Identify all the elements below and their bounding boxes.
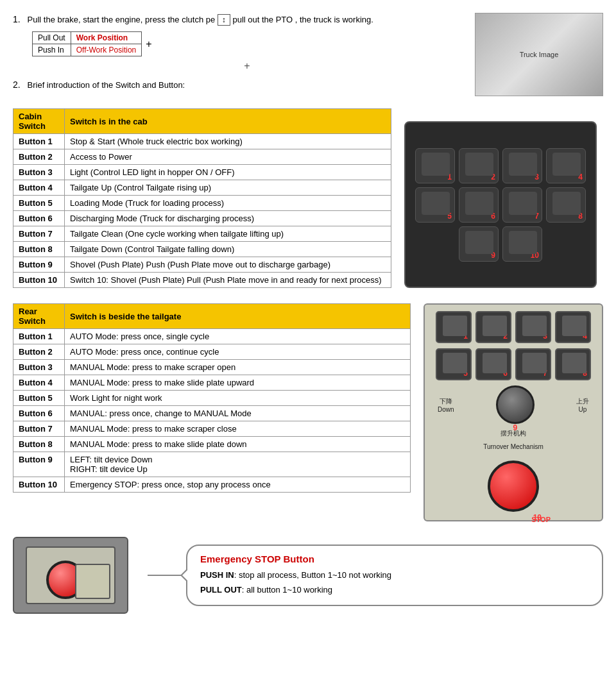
cabin-row-btn-2: Button 2: [13, 149, 65, 165]
rear-row-desc-5: Work Light for night work: [65, 391, 411, 406]
cabin-row-btn-3: Button 3: [13, 165, 65, 180]
estop-pushin-text: : stop all process, Button 1~10 not work…: [234, 570, 391, 580]
emergency-section: Emergency STOP Button PUSH IN: stop all …: [13, 537, 603, 614]
rear-emergency-btn[interactable]: [488, 461, 539, 512]
rear-row-btn-7: Button 7: [13, 421, 65, 437]
rear-btn-4[interactable]: 4: [555, 311, 591, 343]
cabin-row-desc-4: Tailgate Up (Control Tailgate rising up): [65, 180, 391, 196]
rear-section: Rear Switch Switch is beside the tailgat…: [13, 303, 603, 521]
intro-text: 1. Pull the brake, start the engine, pre…: [13, 13, 462, 97]
cabin-panel-wrap: 1 2 3 4 5 6 7 8 9 10: [404, 108, 603, 288]
rear-row-btn-1: Button 1: [13, 329, 65, 344]
estop-callout: Emergency STOP Button PUSH IN: stop all …: [186, 545, 603, 605]
cabin-row-btn-1: Button 1: [13, 134, 65, 149]
estop-line1: PUSH IN: stop all process, Button 1~10 n…: [200, 568, 589, 582]
rear-btn-7[interactable]: 7: [515, 348, 551, 380]
cabin-row-desc-8: Tailgate Down (Control Tailgate falling …: [65, 242, 391, 257]
estop-line2: PULL OUT: all button 1~10 working: [200, 583, 589, 597]
rear-row-btn-4: Button 4: [13, 375, 65, 391]
pto-offwork-label: Off-Work Position: [71, 44, 142, 56]
cabin-panel-btn-10[interactable]: 10: [502, 226, 542, 262]
knob-area: 下降Down 上升Up: [431, 385, 595, 424]
rear-btn-row-2: 5 6 7 8: [436, 348, 591, 380]
cabin-row-btn-7: Button 7: [13, 226, 65, 242]
cabin-row-desc-7: Tailgate Clean (One cycle working when t…: [65, 226, 391, 242]
cabin-row-btn-8: Button 8: [13, 242, 65, 257]
rear-row-btn-9: Button 9: [13, 452, 65, 477]
rear-table-wrap: Rear Switch Switch is beside the tailgat…: [13, 303, 411, 493]
cabin-panel-btn-8[interactable]: 8: [546, 187, 586, 223]
cabin-panel-btn-6[interactable]: 6: [459, 187, 499, 223]
step1-text: 1. Pull the brake, start the engine, pre…: [13, 13, 462, 26]
rear-row-desc-7: MANUAL Mode: press to make scraper close: [65, 421, 411, 437]
cabin-row-desc-2: Access to Power: [65, 149, 391, 165]
truck-image: Truck Image: [475, 13, 603, 96]
rear-row-desc-6: MANUAL: press once, change to MANUAL Mod…: [65, 406, 411, 421]
rear-knob[interactable]: [496, 385, 535, 424]
estop-pullout-label: PULL OUT: [200, 585, 242, 595]
rear-row-desc-3: MANUAL Mode: press to make scraper open: [65, 360, 411, 375]
cabin-table-wrap: Cabin Switch Switch is in the cab Button…: [13, 108, 391, 288]
estop-box: [75, 564, 110, 599]
cabin-row-desc-3: Light (Control LED light in hopper ON / …: [65, 165, 391, 180]
rear-row-desc-1: AUTO Mode: press once, single cycle: [65, 329, 411, 344]
rear-header-col1: Rear Switch: [13, 304, 65, 329]
cabin-row-desc-6: Discharging Mode (Truck for discharging …: [65, 211, 391, 226]
estop-pullout-text: : all button 1~10 working: [242, 585, 332, 595]
pto-table: Pull Out Work Position + Push In Off-Wor…: [32, 31, 156, 56]
step1-number: 1.: [13, 14, 21, 24]
pto-pushin-label: Push In: [33, 44, 71, 56]
cabin-header-col1: Cabin Switch: [13, 109, 65, 134]
cabin-row-btn-9: Button 9: [13, 257, 65, 273]
rear-btn-5[interactable]: 5: [436, 348, 472, 380]
rear-btn-row-1: 1 2 3 4: [436, 311, 591, 343]
cabin-switch-table: Cabin Switch Switch is in the cab Button…: [13, 108, 391, 288]
rear-row-desc-4: MANUAL Mode: press to make slide plate u…: [65, 375, 411, 391]
pto-pullout-label: Pull Out: [33, 32, 71, 44]
cabin-row-btn-10: Button 10: [13, 273, 65, 288]
rear-row-btn-8: Button 8: [13, 437, 65, 452]
cabin-row-btn-6: Button 6: [13, 211, 65, 226]
step2-text: 2. Brief introduction of the Switch and …: [13, 78, 462, 92]
pto-work-label: Work Position: [71, 32, 142, 44]
rear-row-btn-3: Button 3: [13, 360, 65, 375]
rear-btn-3[interactable]: 3: [515, 311, 551, 343]
rear-btn-1[interactable]: 1: [436, 311, 472, 343]
cabin-panel-btn-2[interactable]: 2: [459, 148, 499, 183]
cabin-row-desc-9: Shovel (Push Plate) Push (Push Plate mov…: [65, 257, 391, 273]
rear-panel-wrap: 1 2 3 4 5 6 7 8 下降Down 上升Up 摆升机构 Turno: [424, 303, 603, 521]
rear-btn-2[interactable]: 2: [475, 311, 511, 343]
rear-btn-8[interactable]: 8: [555, 348, 591, 380]
cabin-row-desc-1: Stop & Start (Whole truck electric box w…: [65, 134, 391, 149]
estop-pushin-label: PUSH IN: [200, 570, 234, 580]
cabin-section: Cabin Switch Switch is in the cab Button…: [13, 108, 603, 288]
rear-row-desc-8: MANUAL Mode: press to make slide plate d…: [65, 437, 411, 452]
knob-up-label: 上升Up: [576, 397, 589, 413]
rear-row-btn-2: Button 2: [13, 344, 65, 360]
cabin-panel-btn-7[interactable]: 7: [502, 187, 542, 223]
estop-title: Emergency STOP Button: [200, 553, 589, 564]
rear-header-col2: Switch is beside the tailgate: [65, 304, 411, 329]
cabin-row-desc-5: Loading Mode (Truck for loading process): [65, 196, 391, 211]
cabin-panel-btn-3[interactable]: 3: [502, 148, 542, 183]
rear-row-btn-6: Button 6: [13, 406, 65, 421]
cabin-panel-btn-5[interactable]: 5: [415, 187, 455, 223]
cabin-row-desc-10: Switch 10: Shovel (Push Plate) Pull (Pus…: [65, 273, 391, 288]
turnover-label-en: Turnover Mechanism: [483, 443, 543, 450]
cabin-header-col2: Switch is in the cab: [65, 109, 391, 134]
cabin-panel-image: 1 2 3 4 5 6 7 8 9 10: [404, 121, 597, 288]
estop-callout-wrap: Emergency STOP Button PUSH IN: stop all …: [148, 545, 603, 605]
rear-switch-table: Rear Switch Switch is beside the tailgat…: [13, 303, 411, 493]
cabin-panel-btn-1[interactable]: 1: [415, 148, 455, 183]
rear-panel-image: 1 2 3 4 5 6 7 8 下降Down 上升Up 摆升机构 Turno: [424, 303, 603, 521]
rear-row-desc-9: LEFT: tilt device Down RIGHT: tilt devic…: [65, 452, 411, 477]
estop-image: [13, 537, 128, 614]
cabin-row-btn-5: Button 5: [13, 196, 65, 211]
cabin-panel-btn-4[interactable]: 4: [546, 148, 586, 183]
rear-row-desc-2: AUTO Mode: press once, continue cycle: [65, 344, 411, 360]
rear-stop-label: STOP: [531, 516, 551, 523]
cabin-panel-btn-9[interactable]: 9: [459, 226, 499, 262]
intro-section: 1. Pull the brake, start the engine, pre…: [13, 13, 603, 97]
rear-btn-6[interactable]: 6: [475, 348, 511, 380]
rear-row-desc-10: Emergency STOP: press once, stop any pro…: [65, 477, 411, 493]
